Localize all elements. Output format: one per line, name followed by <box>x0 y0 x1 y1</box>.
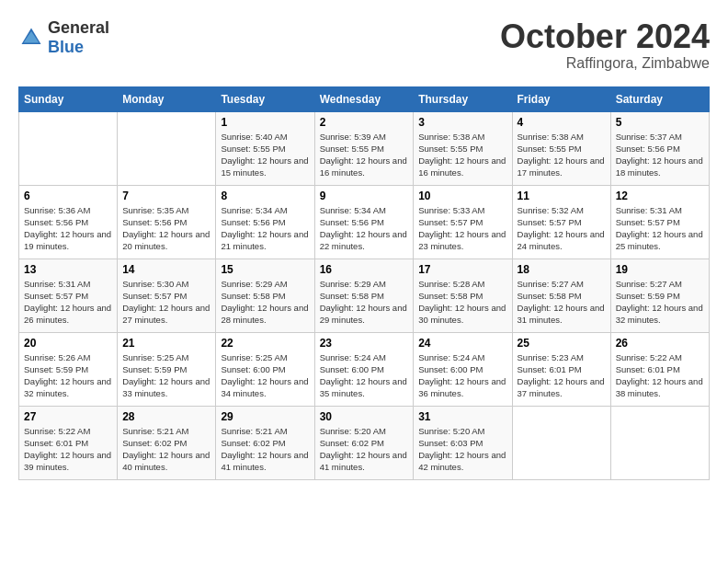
day-info: Sunrise: 5:38 AM Sunset: 5:55 PM Dayligh… <box>418 131 506 179</box>
day-number: 14 <box>122 263 210 276</box>
calendar-cell: 5Sunrise: 5:37 AM Sunset: 5:56 PM Daylig… <box>610 111 709 185</box>
weekday-header: Tuesday <box>216 86 314 111</box>
weekday-header: Sunday <box>19 86 118 111</box>
day-number: 31 <box>418 410 506 423</box>
day-info: Sunrise: 5:34 AM Sunset: 5:56 PM Dayligh… <box>221 204 309 253</box>
weekday-header-row: SundayMondayTuesdayWednesdayThursdayFrid… <box>19 86 710 111</box>
day-info: Sunrise: 5:26 AM Sunset: 5:59 PM Dayligh… <box>24 351 112 400</box>
calendar-cell: 6Sunrise: 5:36 AM Sunset: 5:56 PM Daylig… <box>19 185 118 259</box>
calendar-cell <box>19 111 118 185</box>
day-number: 27 <box>24 410 112 423</box>
day-number: 16 <box>320 263 409 276</box>
calendar-cell: 25Sunrise: 5:23 AM Sunset: 6:01 PM Dayli… <box>512 332 610 406</box>
day-info: Sunrise: 5:21 AM Sunset: 6:02 PM Dayligh… <box>122 425 210 474</box>
day-number: 22 <box>221 337 309 350</box>
day-number: 2 <box>320 116 409 129</box>
calendar-week-row: 13Sunrise: 5:31 AM Sunset: 5:57 PM Dayli… <box>19 259 710 332</box>
logo-general: General <box>48 18 109 37</box>
logo-blue: Blue <box>48 38 84 56</box>
day-info: Sunrise: 5:38 AM Sunset: 5:55 PM Dayligh… <box>518 131 606 179</box>
day-info: Sunrise: 5:35 AM Sunset: 5:56 PM Dayligh… <box>122 204 210 253</box>
day-info: Sunrise: 5:29 AM Sunset: 5:58 PM Dayligh… <box>221 278 309 327</box>
day-number: 17 <box>418 263 506 276</box>
day-info: Sunrise: 5:27 AM Sunset: 5:59 PM Dayligh… <box>616 278 704 327</box>
day-info: Sunrise: 5:27 AM Sunset: 5:58 PM Dayligh… <box>518 278 606 327</box>
logo-icon <box>18 25 44 51</box>
logo-text: General Blue <box>48 18 109 57</box>
calendar-cell: 9Sunrise: 5:34 AM Sunset: 5:56 PM Daylig… <box>314 185 414 259</box>
calendar-week-row: 20Sunrise: 5:26 AM Sunset: 5:59 PM Dayli… <box>19 332 710 406</box>
day-info: Sunrise: 5:25 AM Sunset: 6:00 PM Dayligh… <box>221 351 309 400</box>
calendar-cell: 30Sunrise: 5:20 AM Sunset: 6:02 PM Dayli… <box>314 406 414 479</box>
calendar-cell: 1Sunrise: 5:40 AM Sunset: 5:55 PM Daylig… <box>216 111 314 185</box>
day-info: Sunrise: 5:37 AM Sunset: 5:56 PM Dayligh… <box>616 131 704 179</box>
month-title: October 2024 <box>500 18 710 55</box>
calendar-cell: 4Sunrise: 5:38 AM Sunset: 5:55 PM Daylig… <box>512 111 610 185</box>
day-info: Sunrise: 5:40 AM Sunset: 5:55 PM Dayligh… <box>221 131 309 179</box>
calendar-cell: 16Sunrise: 5:29 AM Sunset: 5:58 PM Dayli… <box>314 259 414 332</box>
day-number: 18 <box>518 263 606 276</box>
day-info: Sunrise: 5:25 AM Sunset: 5:59 PM Dayligh… <box>122 351 210 400</box>
logo: General Blue <box>18 18 109 57</box>
calendar-cell: 17Sunrise: 5:28 AM Sunset: 5:58 PM Dayli… <box>414 259 512 332</box>
day-info: Sunrise: 5:31 AM Sunset: 5:57 PM Dayligh… <box>616 204 704 253</box>
calendar-cell: 2Sunrise: 5:39 AM Sunset: 5:55 PM Daylig… <box>314 111 414 185</box>
day-number: 4 <box>518 116 606 129</box>
weekday-header: Wednesday <box>314 86 414 111</box>
calendar-cell: 11Sunrise: 5:32 AM Sunset: 5:57 PM Dayli… <box>512 185 610 259</box>
weekday-header: Friday <box>512 86 610 111</box>
day-number: 13 <box>24 263 112 276</box>
day-number: 20 <box>24 337 112 350</box>
day-info: Sunrise: 5:34 AM Sunset: 5:56 PM Dayligh… <box>320 204 409 253</box>
day-number: 10 <box>418 190 506 202</box>
calendar-cell: 28Sunrise: 5:21 AM Sunset: 6:02 PM Dayli… <box>118 406 216 479</box>
calendar-cell: 7Sunrise: 5:35 AM Sunset: 5:56 PM Daylig… <box>118 185 216 259</box>
day-info: Sunrise: 5:24 AM Sunset: 6:00 PM Dayligh… <box>418 351 506 400</box>
calendar-cell: 24Sunrise: 5:24 AM Sunset: 6:00 PM Dayli… <box>414 332 512 406</box>
calendar-cell: 27Sunrise: 5:22 AM Sunset: 6:01 PM Dayli… <box>19 406 118 479</box>
day-info: Sunrise: 5:24 AM Sunset: 6:00 PM Dayligh… <box>320 351 409 400</box>
day-number: 3 <box>418 116 506 129</box>
calendar-cell: 21Sunrise: 5:25 AM Sunset: 5:59 PM Dayli… <box>118 332 216 406</box>
calendar-cell: 18Sunrise: 5:27 AM Sunset: 5:58 PM Dayli… <box>512 259 610 332</box>
calendar-table: SundayMondayTuesdayWednesdayThursdayFrid… <box>18 86 710 480</box>
calendar-cell: 23Sunrise: 5:24 AM Sunset: 6:00 PM Dayli… <box>314 332 414 406</box>
calendar-cell: 22Sunrise: 5:25 AM Sunset: 6:00 PM Dayli… <box>216 332 314 406</box>
calendar-cell: 29Sunrise: 5:21 AM Sunset: 6:02 PM Dayli… <box>216 406 314 479</box>
calendar-cell: 15Sunrise: 5:29 AM Sunset: 5:58 PM Dayli… <box>216 259 314 332</box>
day-info: Sunrise: 5:23 AM Sunset: 6:01 PM Dayligh… <box>518 351 606 400</box>
calendar-week-row: 1Sunrise: 5:40 AM Sunset: 5:55 PM Daylig… <box>19 111 710 185</box>
day-number: 21 <box>122 337 210 350</box>
day-number: 9 <box>320 190 409 202</box>
day-number: 5 <box>616 116 704 129</box>
day-info: Sunrise: 5:30 AM Sunset: 5:57 PM Dayligh… <box>122 278 210 327</box>
day-info: Sunrise: 5:39 AM Sunset: 5:55 PM Dayligh… <box>320 131 409 179</box>
weekday-header: Monday <box>118 86 216 111</box>
day-number: 24 <box>418 337 506 350</box>
day-info: Sunrise: 5:20 AM Sunset: 6:03 PM Dayligh… <box>418 425 506 474</box>
calendar-week-row: 6Sunrise: 5:36 AM Sunset: 5:56 PM Daylig… <box>19 185 710 259</box>
day-number: 1 <box>221 116 309 129</box>
day-info: Sunrise: 5:29 AM Sunset: 5:58 PM Dayligh… <box>320 278 409 327</box>
calendar-cell: 12Sunrise: 5:31 AM Sunset: 5:57 PM Dayli… <box>610 185 709 259</box>
day-info: Sunrise: 5:36 AM Sunset: 5:56 PM Dayligh… <box>24 204 112 253</box>
day-info: Sunrise: 5:33 AM Sunset: 5:57 PM Dayligh… <box>418 204 506 253</box>
day-number: 11 <box>518 190 606 202</box>
day-number: 29 <box>221 410 309 423</box>
day-number: 19 <box>616 263 704 276</box>
day-number: 25 <box>518 337 606 350</box>
day-info: Sunrise: 5:31 AM Sunset: 5:57 PM Dayligh… <box>24 278 112 327</box>
calendar-cell: 31Sunrise: 5:20 AM Sunset: 6:03 PM Dayli… <box>414 406 512 479</box>
day-info: Sunrise: 5:22 AM Sunset: 6:01 PM Dayligh… <box>24 425 112 474</box>
title-block: October 2024 Raffingora, Zimbabwe <box>500 18 710 72</box>
day-info: Sunrise: 5:32 AM Sunset: 5:57 PM Dayligh… <box>518 204 606 253</box>
day-number: 30 <box>320 410 409 423</box>
day-info: Sunrise: 5:28 AM Sunset: 5:58 PM Dayligh… <box>418 278 506 327</box>
calendar-cell: 10Sunrise: 5:33 AM Sunset: 5:57 PM Dayli… <box>414 185 512 259</box>
calendar-cell: 20Sunrise: 5:26 AM Sunset: 5:59 PM Dayli… <box>19 332 118 406</box>
calendar-cell: 13Sunrise: 5:31 AM Sunset: 5:57 PM Dayli… <box>19 259 118 332</box>
day-number: 8 <box>221 190 309 202</box>
weekday-header: Saturday <box>610 86 709 111</box>
weekday-header: Thursday <box>414 86 512 111</box>
calendar-cell <box>610 406 709 479</box>
